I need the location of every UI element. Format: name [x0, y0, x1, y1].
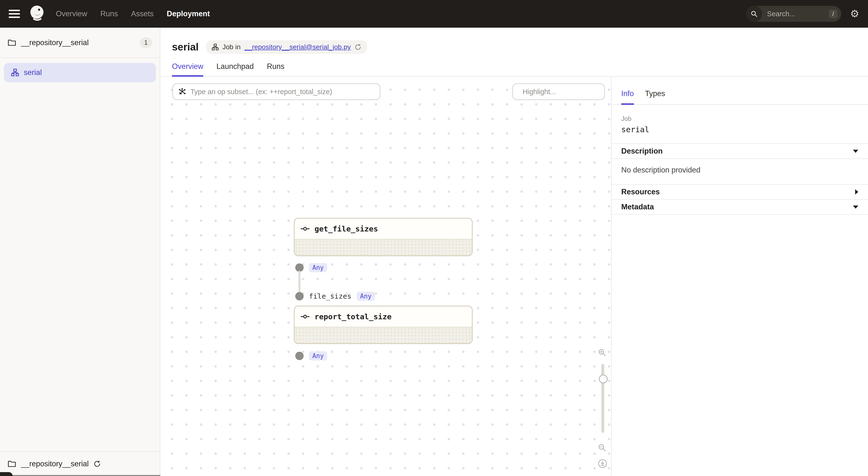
graph-canvas[interactable]: get_file_sizes Any file_sizes An	[160, 77, 611, 476]
dagster-app: Overview Runs Assets Deployment Search..…	[0, 0, 868, 476]
output-port[interactable]	[295, 352, 304, 360]
repository-name: __repository__serial	[21, 38, 135, 47]
toast-corner	[0, 472, 12, 476]
job-count-badge: 1	[140, 37, 152, 48]
caret-down-icon	[853, 150, 858, 153]
highlight-field	[513, 83, 605, 100]
input-port[interactable]	[295, 292, 304, 300]
tab-launchpad[interactable]: Launchpad	[216, 59, 253, 76]
footer-repository-name: __repository__serial	[21, 460, 89, 468]
op-selector-icon	[178, 88, 186, 96]
panel-tabs: Info Types	[612, 77, 868, 105]
reload-icon[interactable]	[93, 460, 101, 468]
caret-right-icon	[855, 189, 858, 195]
search-shortcut-key: /	[829, 10, 837, 18]
job-icon	[11, 69, 19, 76]
section-resources[interactable]: Resources	[612, 184, 868, 199]
op-node-body	[294, 239, 472, 256]
repository-header[interactable]: __repository__serial 1	[0, 28, 160, 58]
nav-link-overview[interactable]: Overview	[56, 9, 87, 18]
highlight-input[interactable]	[523, 88, 611, 96]
sidebar-item-label: serial	[24, 68, 42, 77]
caret-down-icon	[853, 205, 858, 209]
type-badge[interactable]: Any	[309, 263, 327, 272]
page-title: serial	[172, 41, 199, 53]
type-badge[interactable]: Any	[309, 351, 327, 361]
toast-edge	[0, 475, 160, 476]
settings-gear-icon[interactable]: ⚙	[850, 9, 859, 19]
active-tab-indicator	[621, 103, 634, 105]
zoom-in-icon[interactable]	[598, 348, 606, 356]
download-image-icon[interactable]	[598, 459, 607, 468]
search-icon	[746, 6, 762, 22]
info-panel: Info Types Job serial Description No des…	[611, 77, 868, 476]
section-metadata[interactable]: Metadata	[612, 199, 868, 215]
content-row: get_file_sizes Any file_sizes An	[160, 77, 868, 476]
menu-icon[interactable]	[9, 10, 20, 18]
op-icon	[301, 314, 310, 319]
job-value: serial	[621, 125, 858, 134]
zoom-slider-track[interactable]	[601, 364, 604, 433]
nav-links: Overview Runs Assets Deployment	[56, 9, 210, 18]
sidebar-footer-repository[interactable]: __repository__serial	[0, 451, 160, 476]
op-node-body	[294, 327, 472, 343]
nav-link-deployment[interactable]: Deployment	[167, 9, 210, 18]
panel-tab-info[interactable]: Info	[621, 89, 634, 104]
global-search-button[interactable]: Search... /	[746, 6, 841, 22]
op-icon	[301, 226, 310, 231]
body-row: __repository__serial 1 serial __reposito…	[0, 28, 868, 476]
job-file-link[interactable]: __repository__serial@serial_job.py	[244, 43, 351, 51]
job-label: Job	[621, 115, 858, 123]
zoom-out-icon[interactable]	[598, 443, 606, 452]
op-name: report_total_size	[314, 312, 392, 321]
output-port[interactable]	[295, 264, 304, 272]
job-tag-prefix: Job in	[222, 43, 241, 51]
tab-overview[interactable]: Overview	[172, 59, 203, 76]
op-subset-input[interactable]	[190, 88, 374, 96]
type-badge[interactable]: Any	[357, 292, 375, 301]
job-tabs: Overview Launchpad Runs	[160, 59, 868, 77]
tab-runs[interactable]: Runs	[267, 59, 284, 76]
op-subset-field	[173, 83, 380, 100]
sidebar-item-serial[interactable]: serial	[4, 63, 156, 82]
dagster-logo-icon[interactable]	[28, 4, 47, 24]
input-port-name: file_sizes	[309, 292, 351, 300]
description-body: No description provided	[612, 159, 868, 184]
op-name: get_file_sizes	[314, 225, 378, 233]
top-nav: Overview Runs Assets Deployment Search..…	[0, 0, 868, 28]
input-port-row: file_sizes Any	[295, 292, 375, 301]
folder-icon	[8, 460, 16, 468]
panel-tab-types[interactable]: Types	[645, 89, 665, 104]
job-origin-tag: Job in __repository__serial@serial_job.p…	[206, 40, 367, 54]
job-info-block: Job serial	[612, 105, 868, 143]
main-column: serial Job in __repository__serial@seria…	[160, 28, 868, 476]
reload-icon[interactable]	[354, 44, 361, 50]
output-port-row: Any	[295, 351, 327, 361]
op-node-report-total-size[interactable]: report_total_size	[294, 306, 473, 344]
op-node-get-file-sizes[interactable]: get_file_sizes	[294, 218, 473, 256]
sidebar: __repository__serial 1 serial __reposito…	[0, 28, 160, 476]
nav-link-assets[interactable]: Assets	[131, 9, 154, 18]
search-placeholder: Search...	[767, 10, 829, 18]
zoom-slider-handle[interactable]	[599, 375, 608, 383]
nav-link-runs[interactable]: Runs	[100, 9, 118, 18]
section-description[interactable]: Description	[612, 143, 868, 159]
folder-icon	[8, 39, 16, 46]
page-header: serial Job in __repository__serial@seria…	[160, 28, 868, 59]
job-icon	[212, 44, 219, 50]
